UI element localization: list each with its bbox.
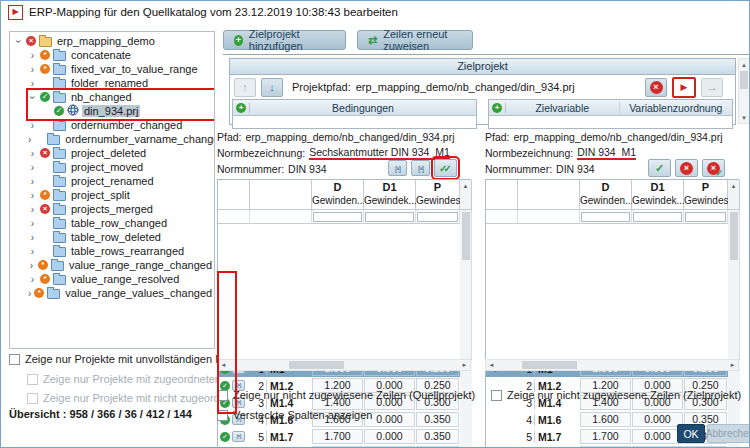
- expander-icon[interactable]: ›: [28, 191, 37, 200]
- expander-icon[interactable]: ›: [28, 135, 31, 144]
- target-subtables: + Bedingungen + Zielvariable Variablenzu…: [230, 99, 735, 129]
- expander-icon[interactable]: ›: [14, 37, 23, 46]
- scroll-left-icon[interactable]: ◄: [218, 360, 229, 370]
- column-header-D1[interactable]: D1Gewindek...: [632, 180, 684, 210]
- tree-item-project_split[interactable]: ›*project_split: [10, 188, 214, 202]
- folder-icon: [53, 275, 66, 285]
- tree-item-label: value_range_values_changed: [63, 287, 214, 299]
- move-down-button[interactable]: ↓: [261, 78, 283, 97]
- expander-icon[interactable]: ›: [28, 93, 37, 102]
- column-filter-input-P[interactable]: [417, 212, 458, 222]
- expander-icon[interactable]: ›: [28, 163, 37, 172]
- ok-button[interactable]: OK: [677, 424, 705, 443]
- vscroll-track[interactable]: [460, 210, 472, 360]
- vscroll-up[interactable]: ▲: [728, 180, 740, 210]
- reject-button[interactable]: ×: [675, 159, 698, 177]
- vscroll-track[interactable]: [728, 210, 740, 360]
- move-up-button[interactable]: ↑: [234, 78, 256, 97]
- column-header-P[interactable]: PGewindes...: [416, 180, 460, 210]
- filter-incomplete-mappings-checkbox[interactable]: [9, 354, 20, 365]
- column-filter-input-P[interactable]: [685, 212, 726, 222]
- column-filter-input-D1[interactable]: [365, 212, 414, 222]
- tree-item-project_deleted[interactable]: ›×project_deleted: [10, 146, 214, 160]
- expander-icon[interactable]: ›: [28, 65, 37, 74]
- tree-item-nb_changed[interactable]: ›✓nb_changed: [10, 90, 214, 104]
- expander-icon[interactable]: ›: [28, 289, 31, 298]
- mapping-view-button-1[interactable]: [×]: [388, 160, 407, 176]
- run-button[interactable]: ▶: [672, 77, 696, 98]
- remove-target-button[interactable]: ×: [645, 78, 667, 97]
- expander-icon[interactable]: ›: [28, 233, 37, 242]
- tree-item-concatenate[interactable]: ›*concatenate: [10, 48, 214, 62]
- plus-icon: +: [234, 35, 243, 46]
- target-unassigned-rows-checkbox[interactable]: [491, 390, 502, 401]
- expander-icon[interactable]: ›: [28, 79, 37, 88]
- accept-all-button[interactable]: ✓✓: [434, 159, 457, 177]
- add-condition-button[interactable]: +: [233, 103, 250, 113]
- value-cell: 1.700: [312, 429, 363, 444]
- expander-icon[interactable]: ›: [28, 121, 37, 130]
- tree-item-table_row_changed[interactable]: ›table_row_changed: [10, 216, 214, 230]
- scrollbar-thumb[interactable]: [522, 361, 577, 369]
- tree-item-project_moved[interactable]: ›project_moved: [10, 160, 214, 174]
- add-target-project-button[interactable]: + Zielprojekt hinzufügen: [223, 30, 346, 50]
- target-table-hscrollbar[interactable]: ◄ ►: [485, 359, 739, 371]
- target-panel-scrollbar[interactable]: ▲ ▼: [738, 58, 750, 124]
- column-filter-input-D[interactable]: [313, 212, 362, 222]
- scrollbar-thumb[interactable]: [730, 212, 738, 260]
- expander-icon[interactable]: ›: [28, 261, 35, 270]
- project-tree[interactable]: ›×erp_mapping_demo›*concatenate›*fixed_v…: [9, 31, 215, 349]
- column-filter-input-D[interactable]: [581, 212, 630, 222]
- scrollbar-thumb[interactable]: [740, 71, 748, 89]
- row-name: M1.7: [535, 431, 561, 443]
- source-unassigned-rows-label: Zeige nur nicht zugewiesene Zeilen (Quel…: [233, 389, 475, 401]
- apply-arrow-button[interactable]: →: [701, 78, 723, 97]
- tree-item-erp_mapping_demo[interactable]: ›×erp_mapping_demo: [10, 34, 214, 48]
- scroll-up-icon[interactable]: ▲: [739, 59, 749, 70]
- scroll-right-icon[interactable]: ►: [727, 360, 738, 370]
- column-header-D[interactable]: DGewinden...: [312, 180, 364, 210]
- column-header-D[interactable]: DGewinden...: [580, 180, 632, 210]
- tree-item-value_range_resolved[interactable]: ›*value_range_resolved: [10, 272, 214, 286]
- accept-button[interactable]: ✓: [648, 159, 671, 177]
- table-row-M1.7[interactable]: ✓[×]5M1.71.7000.0000.350: [218, 428, 470, 445]
- tree-item-value_range_values_changed[interactable]: ›*value_range_values_changed: [10, 286, 214, 300]
- tree-item-table_rows_rearranged[interactable]: ›table_rows_rearranged: [10, 244, 214, 258]
- expander-icon[interactable]: ›: [28, 219, 37, 228]
- vscroll-up[interactable]: ▲: [460, 180, 472, 210]
- tree-item-ordernumber_changed[interactable]: ›ordernumber_changed: [10, 118, 214, 132]
- column-header-P[interactable]: PGewindes...: [684, 180, 728, 210]
- scrollbar-thumb[interactable]: [462, 212, 470, 260]
- tree-item-din_934.prj[interactable]: ✓din_934.prj: [10, 104, 214, 118]
- tree-item-table_row_deleted[interactable]: ›table_row_deleted: [10, 230, 214, 244]
- expander-icon[interactable]: ›: [28, 177, 37, 186]
- row-gutter-cell: ✓[×]: [218, 431, 250, 442]
- column-filter-input-D1[interactable]: [633, 212, 682, 222]
- tree-item-value_range_range_changed[interactable]: ›*value_range_range_changed: [10, 258, 214, 272]
- source-table-hscrollbar[interactable]: ◄ ►: [217, 359, 471, 371]
- expander-icon[interactable]: ›: [28, 205, 37, 214]
- scroll-left-icon[interactable]: ◄: [486, 360, 497, 370]
- expander-icon[interactable]: ›: [28, 247, 37, 256]
- scroll-right-icon[interactable]: ►: [459, 360, 470, 370]
- reassign-rows-button[interactable]: ⇄ Zeilen erneut zuweisen: [357, 30, 473, 50]
- mapping-view-button-2[interactable]: [×]: [411, 160, 430, 176]
- add-variable-button[interactable]: +: [489, 103, 506, 113]
- target-path-value: erp_mapping_demo/nb_changed/din_934.prj: [514, 131, 723, 143]
- cancel-button[interactable]: Abbrechen: [707, 424, 750, 443]
- row-name-cell: 5M1.7: [250, 431, 312, 443]
- column-header-D1[interactable]: D1Gewindek...: [364, 180, 416, 210]
- source-unassigned-rows-checkbox[interactable]: [217, 390, 228, 401]
- reject-accept-button[interactable]: ×✓: [702, 159, 725, 177]
- hidden-columns-checkbox[interactable]: [217, 410, 228, 421]
- tree-item-projects_merged[interactable]: ›×projects_merged: [10, 202, 214, 216]
- scroll-down-icon[interactable]: ▼: [739, 112, 749, 123]
- expander-icon[interactable]: ›: [28, 149, 37, 158]
- tree-item-folder_renamed[interactable]: ›folder_renamed: [10, 76, 214, 90]
- tree-item-fixed_var_to_value_range[interactable]: ›*fixed_var_to_value_range: [10, 62, 214, 76]
- tree-item-ordernumber_varname_changed[interactable]: ›ordernumber_varname_changed: [10, 132, 214, 146]
- tree-item-project_renamed[interactable]: ›project_renamed: [10, 174, 214, 188]
- scrollbar-thumb[interactable]: [289, 361, 344, 369]
- expander-icon[interactable]: ›: [28, 51, 37, 60]
- expander-icon[interactable]: ›: [28, 275, 37, 284]
